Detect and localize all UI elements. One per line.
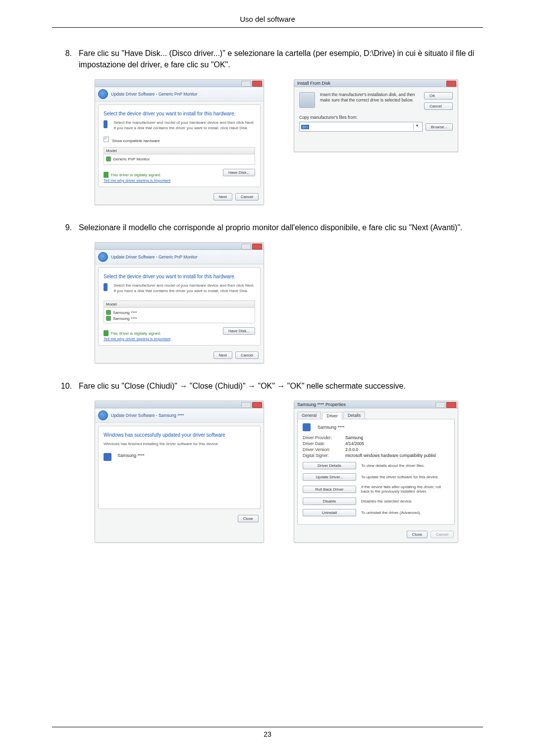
titlebar <box>95 243 264 250</box>
signing-link[interactable]: Tell me why driver signing is important <box>104 337 170 341</box>
list-item[interactable]: Samsung **** <box>106 309 253 315</box>
page-number: 23 <box>264 730 271 738</box>
have-disk-button[interactable]: Have Disk... <box>223 327 255 335</box>
model-header: Model <box>104 301 255 308</box>
close-button[interactable]: Close <box>238 515 259 522</box>
version-key: Driver Version: <box>303 447 345 452</box>
signed-label: This driver is digitally signed. <box>104 330 170 336</box>
browse-button[interactable]: Browse... <box>426 123 453 131</box>
show-compatible-label: Show compatible hardware <box>112 139 160 143</box>
list-item[interactable]: Samsung **** <box>106 315 253 321</box>
list-item[interactable]: Generic PnP Monitor <box>106 156 253 162</box>
have-disk-button[interactable]: Have Disk... <box>223 169 255 176</box>
done-heading: Windows has successfully updated your dr… <box>104 432 255 438</box>
minimize-icon[interactable] <box>241 81 251 87</box>
rollback-driver-button[interactable]: Roll Back Driver <box>303 486 356 493</box>
select-driver-dialog-2: Update Driver Software - Generic PnP Mon… <box>95 242 264 363</box>
breadcrumb: Update Driver Software - Generic PnP Mon… <box>95 250 264 264</box>
breadcrumb: Update Driver Software - Samsung **** <box>95 408 264 423</box>
signing-link[interactable]: Tell me why driver signing is important <box>104 178 170 183</box>
signer-key: Digital Signer: <box>303 453 345 458</box>
driver-details-button[interactable]: Driver Details <box>303 462 356 469</box>
monitor-icon <box>106 310 111 315</box>
driver-details-desc: To view details about the driver files. <box>361 463 449 468</box>
device-icon <box>303 423 311 431</box>
minimize-icon[interactable] <box>241 402 251 408</box>
device-icon <box>104 120 107 128</box>
uninstall-button[interactable]: Uninstall <box>303 509 356 516</box>
provider-key: Driver Provider: <box>303 435 345 440</box>
titlebar: Install From Disk <box>294 80 458 87</box>
cancel-button[interactable]: Cancel <box>235 352 259 359</box>
update-driver-button[interactable]: Update Driver... <box>303 473 356 481</box>
disable-desc: Disables the selected device. <box>361 499 449 504</box>
done-sub: Windows has finished installing the driv… <box>104 442 255 447</box>
next-button[interactable]: Next <box>214 193 232 201</box>
dialog-instruction: Select the manufacturer and model of you… <box>113 120 255 131</box>
dialog-heading: Select the device driver you want to ins… <box>104 274 255 279</box>
model-name: Samsung **** <box>113 310 137 315</box>
dialog-heading: Select the device driver you want to ins… <box>104 111 255 116</box>
minimize-icon[interactable] <box>435 402 445 408</box>
crumb-text: Update Driver Software - Generic PnP Mon… <box>111 254 198 259</box>
step-10: 10. Fare clic su "Close (Chiudi)" → "Clo… <box>52 380 483 392</box>
cancel-button[interactable]: Cancel <box>235 193 259 201</box>
tab-driver[interactable]: Driver <box>322 412 342 419</box>
titlebar: Samsung **** Properties <box>294 401 458 408</box>
date-value: 4/14/2005 <box>345 441 364 446</box>
close-icon[interactable] <box>252 244 262 250</box>
minimize-icon[interactable] <box>241 244 251 250</box>
crumb-text: Update Driver Software - Samsung **** <box>111 413 184 418</box>
close-button[interactable]: Close <box>407 531 428 538</box>
model-header: Model <box>104 148 255 154</box>
device-icon <box>104 453 111 461</box>
model-list[interactable]: Model Generic PnP Monitor <box>104 147 255 165</box>
install-from-disk-dialog: Install From Disk Insert the manufacture… <box>294 79 458 152</box>
step-9-text: Selezionare il modello che corrisponde a… <box>79 222 483 233</box>
shield-icon <box>104 330 108 336</box>
disable-button[interactable]: Disable <box>303 498 356 505</box>
chevron-down-icon[interactable]: ▾ <box>413 123 421 130</box>
driver-properties-dialog: Samsung **** Properties General Driver D… <box>294 401 458 543</box>
titlebar <box>95 80 264 87</box>
model-list[interactable]: Model Samsung **** Samsung **** <box>104 301 255 323</box>
tab-details[interactable]: Details <box>343 411 365 419</box>
date-key: Driver Date: <box>303 441 345 446</box>
dialog-instruction: Select the manufacturer and model of you… <box>113 283 255 294</box>
breadcrumb: Update Driver Software - Generic PnP Mon… <box>95 87 264 101</box>
step-10-number: 10. <box>52 380 79 392</box>
monitor-icon <box>106 316 111 321</box>
close-icon[interactable] <box>252 402 262 408</box>
show-compatible-checkbox[interactable] <box>104 137 109 142</box>
device-icon <box>104 283 107 291</box>
monitor-icon <box>106 156 111 161</box>
step-8-text: Fare clic su "Have Disk... (Disco driver… <box>79 48 483 70</box>
uninstall-desc: To uninstall the driver (Advanced). <box>361 510 449 515</box>
step-8-number: 8. <box>52 48 79 59</box>
next-button[interactable]: Next <box>214 352 232 359</box>
back-icon[interactable] <box>98 410 108 420</box>
back-icon[interactable] <box>98 252 108 262</box>
header-title: Uso del software <box>240 15 295 23</box>
close-icon[interactable] <box>446 81 456 87</box>
step-8: 8. Fare clic su "Have Disk... (Disco dri… <box>52 48 483 70</box>
close-icon[interactable] <box>252 81 262 87</box>
path-select[interactable]: D:\ ▾ <box>299 122 423 132</box>
driver-updated-dialog: Update Driver Software - Samsung **** Wi… <box>95 401 264 543</box>
select-driver-dialog-1: Update Driver Software - Generic PnP Mon… <box>95 79 264 205</box>
version-value: 2.0.0.0 <box>345 447 358 452</box>
ifd-title: Install From Disk <box>297 81 330 86</box>
close-icon[interactable] <box>446 402 456 408</box>
tabs: General Driver Details <box>294 408 458 419</box>
ok-button[interactable]: OK <box>424 92 453 100</box>
shield-icon <box>104 172 108 178</box>
provider-value: Samsung <box>345 435 363 440</box>
props-title: Samsung **** Properties <box>297 402 346 407</box>
back-icon[interactable] <box>98 89 108 99</box>
step-9-number: 9. <box>52 222 79 233</box>
props-device: Samsung **** <box>318 425 345 430</box>
signed-label: This driver is digitally signed. <box>104 172 170 178</box>
page-header: Uso del software <box>52 15 483 28</box>
tab-general[interactable]: General <box>297 411 321 419</box>
cancel-button[interactable]: Cancel <box>424 102 453 110</box>
